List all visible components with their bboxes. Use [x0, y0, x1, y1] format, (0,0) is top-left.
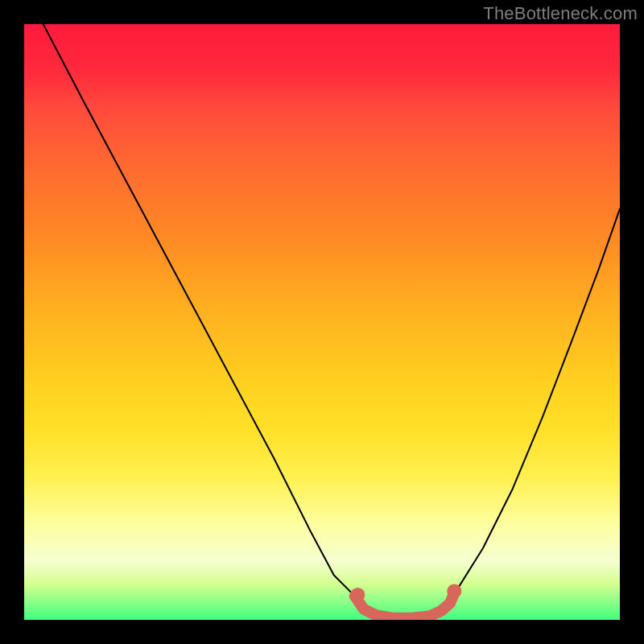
watermark-text: TheBottleneck.com	[483, 3, 638, 24]
marker-layer	[350, 584, 461, 601]
highlight-left-cap	[350, 588, 365, 602]
series-layer	[43, 24, 620, 618]
series-right-branch	[453, 208, 620, 596]
series-bottom-highlight	[355, 596, 453, 617]
plot-area	[24, 24, 620, 620]
series-left-branch	[43, 24, 355, 596]
chart-stage: TheBottleneck.com	[0, 0, 644, 644]
chart-svg	[24, 24, 620, 620]
highlight-right-cap	[447, 584, 461, 598]
